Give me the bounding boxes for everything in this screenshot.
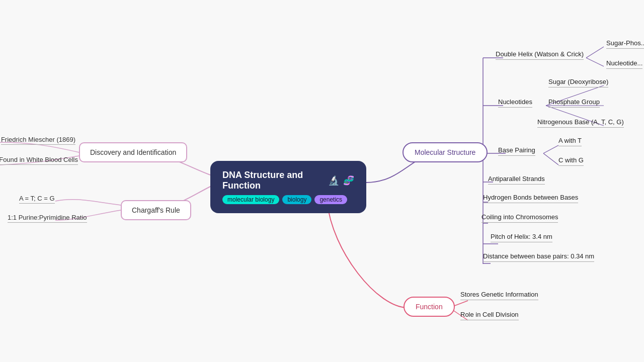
dna-icon: 🧬 [343,175,354,186]
discovery-label: Discovery and Identification [90,148,176,156]
central-title: DNA Structure and Function 🔬 🧬 [222,170,354,191]
hydrogen-bonds-node: Hydrogen Bonds between Bases [483,194,578,203]
tag-biology[interactable]: biology [282,195,311,204]
antiparallel-label: Antiparallel Strands [488,175,545,183]
molecular-structure-node[interactable]: Molecular Structure [403,142,488,162]
distance-label: Distance between base pairs: 0.34 nm [483,252,594,260]
base-pairing-label: Base Pairing [498,146,535,154]
chargaff-rule-2-node: 1:1 Purine:Pyrimidine Ratio [8,214,87,221]
phosphate-group-label: Phosphate Group [548,98,600,106]
sugar-deoxyribose-label: Sugar (Deoxyribose) [548,78,608,85]
chargaff-node[interactable]: Chargaff's Rule [121,200,191,220]
nucleotide-subnode: Nucleotide... [606,59,642,69]
central-title-text: DNA Structure and Function [222,170,324,191]
nitrogenous-base-label: Nitrogenous Base (A, T, C, G) [537,118,624,126]
svg-line-10 [586,47,604,58]
svg-line-11 [586,58,604,66]
role-cell-division-node: Role in Cell Division [460,311,519,320]
coiling-node: Coiling into Chromosomes [481,213,558,223]
microscope-icon: 🔬 [328,175,339,186]
discovery-node[interactable]: Discovery and Identification [79,142,187,162]
sugar-phosphate-label: Sugar-Phos... [606,39,644,47]
nucleotides-label: Nucleotides [498,98,532,106]
white-blood-cells-node: Found in White Blood Cells [0,156,78,163]
nucleotide-subnode-label: Nucleotide... [606,59,642,67]
double-helix-label: Double Helix (Watson & Crick) [496,50,584,58]
a-with-t-label: A with T [558,137,582,144]
friedrich-miescher-node: Friedrich Miescher (1869) [0,136,75,143]
role-cell-division-label: Role in Cell Division [460,311,519,318]
discovery-child-0: Friedrich Miescher (1869) [1,136,75,145]
function-label: Function [416,303,443,311]
stores-genetic-label: Stores Genetic Information [460,291,538,298]
tag-container: molecular biology biology genetics [222,195,354,204]
tag-molecular-biology[interactable]: molecular biology [222,195,279,204]
nitrogenous-base-node: Nitrogenous Base (A, T, C, G) [537,118,624,128]
sugar-phosphate-node: Sugar-Phos... [606,39,644,49]
tag-genetics[interactable]: genetics [314,195,347,204]
chargaff-rule-1-node: A = T; C = G [19,195,55,202]
pitch-label: Pitch of Helix: 3.4 nm [491,233,552,240]
hydrogen-bonds-label: Hydrogen Bonds between Bases [483,194,578,201]
c-with-g-label: C with G [558,156,584,164]
base-pairing-node: Base Pairing [498,146,535,156]
stores-genetic-node: Stores Genetic Information [460,291,538,300]
nucleotides-node: Nucleotides [498,98,532,108]
double-helix-node: Double Helix (Watson & Crick) [496,50,584,60]
coiling-label: Coiling into Chromosomes [481,213,558,221]
chargaff-child-1: 1:1 Purine:Pyrimidine Ratio [8,214,87,223]
central-node: DNA Structure and Function 🔬 🧬 molecular… [210,161,366,213]
c-with-g-node: C with G [558,156,584,166]
discovery-child-1: Found in White Blood Cells [0,156,78,165]
function-node[interactable]: Function [404,297,455,317]
phosphate-group-node: Phosphate Group [548,98,600,108]
a-with-t-node: A with T [558,137,582,146]
pitch-node: Pitch of Helix: 3.4 nm [491,233,552,242]
molecular-structure-label: Molecular Structure [415,148,475,156]
sugar-deoxyribose-node: Sugar (Deoxyribose) [548,78,608,87]
antiparallel-node: Antiparallel Strands [488,175,545,185]
distance-node: Distance between base pairs: 0.34 nm [483,252,594,262]
chargaff-child-0: A = T; C = G [19,195,55,204]
svg-line-16 [543,153,558,165]
svg-line-15 [543,145,558,153]
chargaff-label: Chargaff's Rule [132,206,180,214]
